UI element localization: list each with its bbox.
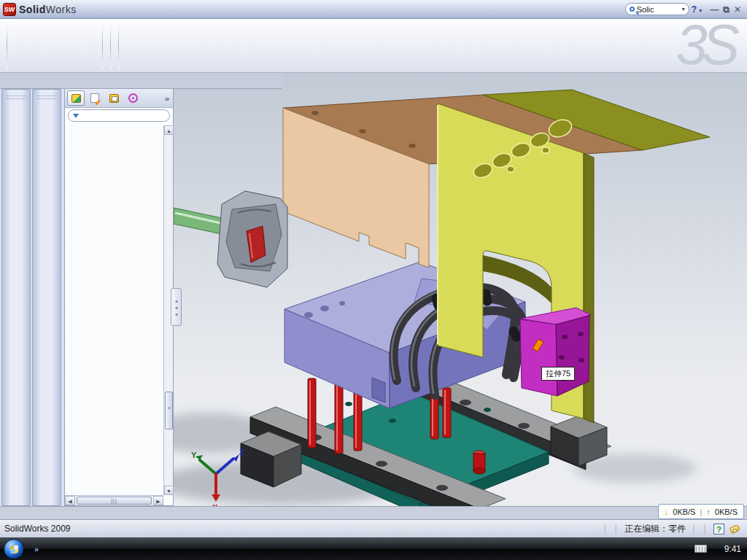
system-tray: 9:41 bbox=[694, 544, 747, 554]
feature-tree-icon bbox=[71, 94, 81, 103]
quick-tips-toggle[interactable]: ? bbox=[713, 524, 724, 534]
triad-z-label: Z bbox=[239, 448, 244, 456]
dassault-watermark: 3S bbox=[676, 18, 734, 71]
surfaces-toolbar bbox=[32, 89, 61, 506]
tags-icon[interactable] bbox=[729, 524, 741, 534]
features-toolbar bbox=[1, 89, 31, 506]
dimxpert-manager-tab[interactable] bbox=[124, 90, 142, 106]
command-manager-tabs bbox=[0, 73, 282, 89]
scroll-up-arrow[interactable]: ▲ bbox=[164, 125, 174, 135]
upload-speed: 0KB/S bbox=[715, 508, 738, 516]
quick-launch-chevron[interactable]: » bbox=[34, 545, 39, 553]
editing-status: 正在编辑：零件 bbox=[624, 523, 686, 535]
feature-manager-panel: » ▲ ≡ ▼ ◀ ||| ▶ bbox=[64, 89, 174, 506]
input-method-keyboard-icon[interactable] bbox=[694, 545, 707, 553]
model-tab-bar bbox=[0, 506, 747, 519]
download-speed: 0KB/S bbox=[673, 508, 695, 516]
sketch-entities-palette bbox=[11, 20, 98, 71]
solidworks-application-window: SW SolidWorks Solic ▾ ? ▾ — ⧉ ✕ 3S bbox=[0, 0, 747, 560]
app-logo: SW SolidWorks bbox=[0, 3, 84, 16]
property-manager-tab[interactable] bbox=[86, 90, 104, 106]
property-manager-icon bbox=[90, 93, 99, 103]
cavity-block[interactable] bbox=[285, 262, 525, 408]
status-bar: SolidWorks 2009 ││ 正在编辑：零件 ││ ? bbox=[0, 519, 747, 537]
status-text: SolidWorks 2009 bbox=[0, 524, 603, 534]
tree-horizontal-scrollbar[interactable]: ◀ ||| ▶ bbox=[65, 495, 163, 505]
side-insert-block[interactable] bbox=[520, 308, 591, 396]
search-value: Solic bbox=[637, 5, 680, 14]
upload-arrow-icon: ↑ bbox=[706, 508, 711, 516]
configuration-manager-icon bbox=[109, 94, 119, 103]
scroll-right-arrow[interactable]: ▶ bbox=[153, 496, 163, 505]
left-toolbars bbox=[0, 89, 64, 506]
scroll-down-arrow[interactable]: ▼ bbox=[164, 486, 174, 495]
feature-manager-tree-tab[interactable] bbox=[67, 90, 85, 106]
panel-overflow-button[interactable]: » bbox=[165, 94, 171, 103]
network-speed-overlay[interactable]: ↓ 0KB/S | ↑ 0KB/S bbox=[658, 504, 744, 519]
taskbar-clock: 9:41 bbox=[724, 544, 741, 554]
tree-filter-row bbox=[65, 108, 173, 124]
feature-tooltip: 拉伸75 bbox=[541, 367, 575, 381]
slide-core-unit[interactable] bbox=[174, 191, 287, 287]
dimxpert-manager-icon bbox=[128, 93, 138, 103]
title-bar: SW SolidWorks Solic ▾ ? ▾ — ⧉ ✕ bbox=[0, 0, 747, 19]
configuration-manager-tab[interactable] bbox=[105, 90, 123, 106]
download-arrow-icon: ↓ bbox=[665, 508, 669, 516]
feature-manager-tabs: » bbox=[65, 89, 173, 108]
solidworks-logo-icon: SW bbox=[3, 3, 16, 16]
tree-filter-input[interactable] bbox=[68, 109, 170, 122]
command-manager: 3S bbox=[0, 19, 747, 73]
app-title: SolidWorks bbox=[19, 4, 77, 15]
feature-tree bbox=[65, 125, 163, 495]
triad-y-label: Y bbox=[191, 451, 197, 459]
search-dropdown-icon[interactable]: ▾ bbox=[682, 6, 685, 12]
close-button[interactable]: ✕ bbox=[734, 4, 741, 15]
search-icon bbox=[630, 7, 635, 12]
graphics-viewport[interactable]: Y Z X 拉伸75 bbox=[174, 73, 747, 506]
horizontal-scroll-thumb[interactable]: ||| bbox=[77, 497, 152, 505]
start-button[interactable] bbox=[4, 539, 24, 559]
panel-splitter-handle[interactable]: ◂◂◂ bbox=[171, 288, 182, 326]
scroll-left-arrow[interactable]: ◀ bbox=[65, 496, 75, 505]
vertical-scroll-thumb[interactable]: ≡ bbox=[165, 392, 173, 429]
windows-taskbar: » 9:41 bbox=[0, 537, 747, 560]
filter-icon bbox=[73, 114, 79, 121]
3d-model-view[interactable]: Y Z X bbox=[174, 89, 747, 506]
